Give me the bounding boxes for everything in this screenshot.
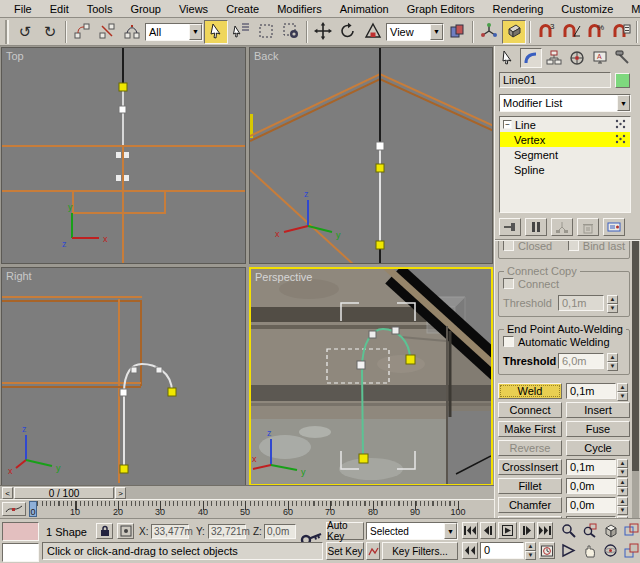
menu-create[interactable]: Create — [218, 2, 267, 16]
percent-snap-toggle-button[interactable]: % — [584, 20, 608, 44]
tab-hierarchy[interactable] — [543, 48, 565, 68]
zoom-extents-button[interactable] — [600, 522, 621, 539]
menu-tools[interactable]: Tools — [79, 2, 121, 16]
closed-checkbox[interactable]: Closed — [503, 241, 552, 253]
menu-rendering[interactable]: Rendering — [485, 2, 552, 16]
viewport-back-label[interactable]: Back — [254, 50, 278, 62]
reverse-button[interactable]: Reverse — [498, 440, 562, 456]
tab-motion[interactable] — [566, 48, 588, 68]
go-to-start-button[interactable] — [462, 522, 478, 539]
menu-graph-editors[interactable]: Graph Editors — [399, 2, 483, 16]
modifier-list-dropdown[interactable]: Modifier List ▼ — [499, 94, 631, 112]
object-color-swatch[interactable] — [615, 73, 630, 88]
menu-modifiers[interactable]: Modifiers — [269, 2, 330, 16]
maxscript-mini-listener-white[interactable] — [2, 543, 39, 562]
maximize-viewport-toggle-button[interactable] — [621, 542, 640, 559]
insert-button[interactable]: Insert — [566, 402, 630, 418]
menu-maxscript[interactable]: MAXScript — [623, 2, 640, 16]
select-and-move-button[interactable] — [311, 20, 335, 44]
reference-coordinate-system-dropdown[interactable]: View ▼ — [386, 23, 444, 41]
set-key-button[interactable]: Set Key — [326, 542, 364, 560]
chamfer-value-field[interactable]: 0,0m — [566, 497, 616, 513]
open-mini-curve-editor-button[interactable] — [2, 502, 26, 516]
maxscript-mini-listener-pink[interactable] — [2, 522, 39, 541]
crossinsert-button[interactable]: CrossInsert — [498, 459, 562, 475]
automatic-welding-checkbox[interactable]: Automatic Welding — [503, 334, 625, 349]
fuse-button[interactable]: Fuse — [566, 421, 630, 437]
menu-file[interactable]: File — [6, 2, 40, 16]
tab-utilities[interactable] — [612, 48, 634, 68]
spinner[interactable]: ▲▼ — [617, 383, 628, 399]
select-and-manipulate-button[interactable] — [477, 20, 501, 44]
time-forward-arrow-button[interactable]: > — [115, 487, 126, 499]
spinner[interactable]: ▲▼ — [607, 353, 618, 369]
time-configuration-button[interactable] — [539, 542, 555, 559]
select-object-button[interactable] — [204, 20, 228, 44]
x-coordinate-field[interactable]: 33,477m — [151, 524, 189, 539]
time-back-arrow-button[interactable]: < — [2, 487, 13, 499]
zoom-all-button[interactable] — [579, 522, 600, 539]
stack-row-vertex[interactable]: Vertex — [500, 132, 630, 147]
z-coordinate-field[interactable]: 0,0m — [264, 524, 296, 539]
connect-checkbox[interactable]: Connect — [503, 276, 625, 291]
menu-customize[interactable]: Customize — [553, 2, 621, 16]
zoom-button[interactable] — [558, 522, 579, 539]
tab-create[interactable] — [497, 48, 519, 68]
rectangular-selection-region-button[interactable] — [254, 20, 278, 44]
current-frame-field[interactable]: 0 — [480, 542, 524, 559]
bind-to-space-warp-button[interactable] — [120, 20, 144, 44]
key-filters-button[interactable]: Key Filters... — [382, 542, 458, 560]
keyboard-override-toggle-button[interactable] — [502, 20, 526, 44]
toolbar-drag-handle[interactable] — [5, 20, 9, 44]
weld-threshold-field[interactable]: 6,0m — [558, 353, 604, 369]
panel-scrollbar[interactable] — [632, 241, 639, 518]
chamfer-button[interactable]: Chamfer — [498, 497, 562, 513]
use-pivot-point-center-button[interactable] — [445, 20, 469, 44]
weld-button[interactable]: Weld — [498, 383, 562, 399]
fillet-button[interactable]: Fillet — [498, 478, 562, 494]
cycle-button[interactable]: Cycle — [566, 440, 630, 456]
viewport-top-label[interactable]: Top — [6, 50, 24, 62]
field-of-view-button[interactable] — [558, 542, 579, 559]
spinner[interactable]: ▲▼ — [617, 497, 628, 513]
remove-modifier-button[interactable] — [577, 218, 599, 236]
unlink-selection-button[interactable] — [95, 20, 119, 44]
absolute-mode-transform-toggle[interactable] — [117, 523, 134, 539]
previous-frame-button[interactable] — [480, 522, 496, 539]
spinner-snap-toggle-button[interactable] — [609, 20, 633, 44]
tab-modify[interactable] — [520, 48, 542, 68]
pin-stack-button[interactable] — [499, 218, 521, 236]
zoom-extents-all-button[interactable] — [621, 522, 640, 539]
y-coordinate-field[interactable]: 32,721m — [208, 524, 246, 539]
angle-snap-toggle-button[interactable] — [559, 20, 583, 44]
play-animation-button[interactable] — [498, 522, 517, 539]
default-in-out-tangents-button[interactable] — [366, 542, 380, 560]
menu-group[interactable]: Group — [122, 2, 169, 16]
panel-scrollbar-thumb[interactable] — [632, 241, 639, 471]
menu-animation[interactable]: Animation — [332, 2, 397, 16]
pan-button[interactable] — [579, 542, 600, 559]
stack-row-line[interactable]: − Line — [500, 117, 630, 132]
viewport-back[interactable]: Back z x y — [249, 47, 493, 264]
undo-button[interactable]: ↺ — [13, 20, 37, 44]
viewport-perspective-label[interactable]: Perspective — [255, 271, 312, 283]
show-end-result-button[interactable] — [525, 218, 547, 236]
select-and-scale-button[interactable] — [361, 20, 385, 44]
collapse-icon[interactable]: − — [503, 120, 512, 129]
window-crossing-toggle-button[interactable] — [279, 20, 303, 44]
time-slider-handle[interactable]: 0 / 100 — [14, 487, 114, 499]
arc-rotate-button[interactable] — [600, 542, 621, 559]
stack-row-spline[interactable]: Spline — [500, 162, 630, 177]
menu-views[interactable]: Views — [171, 2, 216, 16]
connect-threshold-field[interactable]: 0,1m — [558, 295, 604, 311]
spinner[interactable]: ▲▼ — [617, 478, 628, 494]
select-and-link-button[interactable] — [70, 20, 94, 44]
track-bar[interactable]: 0 10 20 30 40 50 60 70 80 90 100 — [0, 499, 494, 518]
menu-edit[interactable]: Edit — [42, 2, 77, 16]
spinner[interactable]: ▲▼ — [607, 295, 618, 311]
viewport-right[interactable]: Right z x y — [1, 267, 246, 486]
spinner[interactable]: ▲▼ — [617, 459, 628, 475]
selection-filter-dropdown[interactable]: All ▼ — [145, 23, 203, 41]
crossinsert-value-field[interactable]: 0,1m — [566, 459, 616, 475]
object-name-field[interactable]: Line01 — [499, 72, 611, 88]
